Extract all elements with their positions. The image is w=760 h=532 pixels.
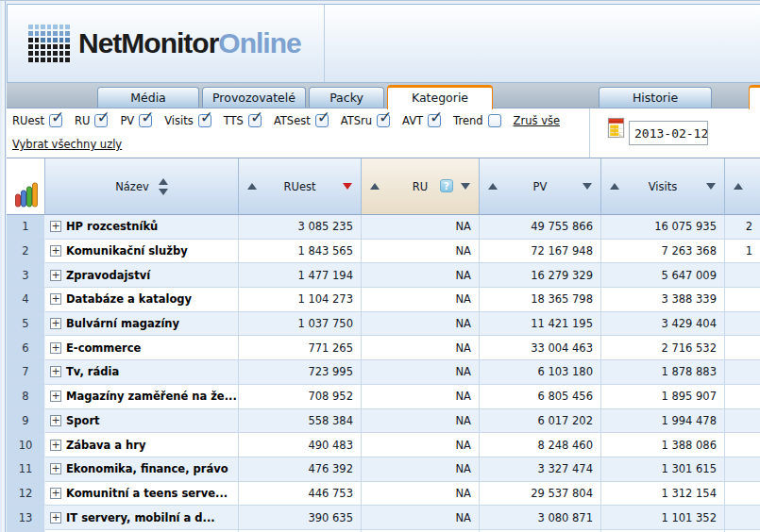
- table-row[interactable]: 10 Zábava a hry 490 483 NA 8 248 460 1 3…: [7, 433, 760, 457]
- extra-value-cell: 1: [725, 240, 760, 264]
- logo: NetMonitorOnline: [8, 5, 325, 82]
- pv-value-cell: 72 167 948: [480, 240, 601, 264]
- category-name-cell: IT servery, mobilní a d...: [45, 506, 239, 530]
- table-row[interactable]: 13 IT servery, mobilní a d... 390 635 NA…: [7, 506, 760, 530]
- ruest-value-cell: 558 384: [239, 409, 362, 434]
- table-row[interactable]: 11 Ekonomika, finance, právo 476 392 NA …: [7, 457, 760, 482]
- metric-label: AVT: [402, 114, 423, 127]
- ruest-value-cell: 446 753: [239, 482, 362, 507]
- help-icon[interactable]: ?: [440, 179, 453, 192]
- column-label: Název: [115, 180, 149, 193]
- visits-value-cell: 1 895 907: [601, 385, 725, 409]
- checkbox-ru[interactable]: [94, 114, 108, 127]
- checkbox-pv[interactable]: [139, 114, 152, 127]
- column-header-ru[interactable]: RU ?: [362, 158, 480, 215]
- chart-corner-cell: [7, 158, 45, 215]
- row-number-cell: 7: [7, 360, 45, 385]
- checkbox-ruest[interactable]: [49, 114, 62, 127]
- table-row[interactable]: 5 Bulvární magazíny 1 037 750 NA 11 421 …: [7, 312, 760, 337]
- expand-icon[interactable]: [50, 245, 61, 257]
- checkbox-atsru[interactable]: [377, 114, 390, 127]
- select-all-nodes-link[interactable]: Vybrat všechny uzly: [12, 138, 122, 151]
- sort-desc-active-icon[interactable]: [343, 183, 352, 190]
- checkbox-atsest[interactable]: [315, 114, 329, 127]
- table-row[interactable]: 3 Zpravodajství 1 477 194 NA 16 279 329 …: [7, 263, 760, 288]
- category-name-cell: Zpravodajství: [45, 263, 239, 288]
- metric-label: Trend: [453, 114, 482, 127]
- category-name: Sport: [66, 414, 100, 427]
- expand-icon[interactable]: [50, 342, 61, 354]
- table-row[interactable]: 12 Komunitní a teens serve... 446 753 NA…: [7, 482, 760, 507]
- sort-desc-icon[interactable]: [461, 183, 470, 190]
- ru-value-cell: NA: [362, 288, 480, 312]
- tab-packy[interactable]: Packy: [309, 87, 384, 108]
- app-header: NetMonitorOnline: [7, 4, 760, 83]
- metric-label: TTS: [224, 114, 244, 127]
- logo-text: NetMonitorOnline: [78, 27, 301, 59]
- logo-grid-icon: [28, 25, 70, 62]
- category-name: Tv, rádia: [66, 365, 119, 378]
- expand-icon[interactable]: [50, 512, 61, 524]
- table-row[interactable]: 8 Magazíny zaměřené na že... 708 952 NA …: [7, 385, 760, 409]
- category-name-cell: Komunitní a teens serve...: [45, 482, 239, 507]
- extra-value-cell: [725, 433, 760, 457]
- pv-value-cell: 11 421 195: [480, 312, 601, 337]
- table-row[interactable]: 9 Sport 558 384 NA 6 017 202 1 994 478: [7, 409, 760, 434]
- column-header-partial[interactable]: [725, 158, 760, 215]
- metric-label: ATSru: [341, 114, 372, 127]
- filter-panel: RUestRUPVVisitsTTSATSestATSruAVTTrendZru…: [7, 108, 760, 158]
- checkbox-avt[interactable]: [428, 114, 441, 127]
- column-header-nazev[interactable]: Název: [45, 158, 239, 215]
- extra-value-cell: [725, 457, 760, 482]
- extra-value-cell: 2: [725, 215, 760, 240]
- clear-all-link[interactable]: Zruš vše: [514, 114, 560, 127]
- metric-label: RU: [75, 114, 90, 127]
- table-row[interactable]: 2 Komunikační služby 1 843 565 NA 72 167…: [7, 240, 760, 264]
- sort-desc-icon[interactable]: [706, 183, 716, 190]
- tab-média[interactable]: Média: [97, 87, 199, 108]
- tab-partial[interactable]: [749, 85, 760, 109]
- expand-icon[interactable]: [50, 293, 61, 305]
- tab-kategorie[interactable]: Kategorie: [387, 85, 493, 109]
- ruest-value-cell: 771 265: [239, 336, 362, 360]
- date-input[interactable]: [629, 121, 708, 145]
- checkbox-visits[interactable]: [198, 114, 211, 127]
- ru-value-cell: NA: [362, 385, 480, 409]
- table-row[interactable]: 1 HP rozcestníků 3 085 235 NA 49 755 866…: [7, 215, 760, 240]
- sort-asc-icon[interactable]: [734, 183, 743, 190]
- ru-value-cell: NA: [362, 312, 480, 337]
- column-header-ruest[interactable]: RUest: [239, 158, 362, 215]
- sort-desc-icon[interactable]: [583, 183, 592, 190]
- tab-provozovatelé[interactable]: Provozovatelé: [202, 87, 306, 108]
- checkbox-trend[interactable]: [488, 114, 501, 127]
- expand-icon[interactable]: [50, 270, 61, 281]
- metric-toggles: RUestRUPVVisitsTTSATSestATSruAVTTrendZru…: [7, 108, 589, 127]
- sort-asc-icon[interactable]: [159, 178, 168, 185]
- expand-icon[interactable]: [50, 415, 61, 426]
- visits-value-cell: 1 878 883: [601, 360, 725, 385]
- expand-icon[interactable]: [50, 391, 61, 402]
- table-row[interactable]: 7 Tv, rádia 723 995 NA 6 103 180 1 878 8…: [7, 360, 760, 385]
- metric-label: Visits: [164, 114, 194, 127]
- expand-icon[interactable]: [50, 221, 61, 232]
- ru-value-cell: NA: [362, 409, 480, 434]
- expand-icon[interactable]: [50, 366, 61, 377]
- metric-toggle-ru: RU: [75, 114, 108, 127]
- table-row[interactable]: 6 E-commerce 771 265 NA 33 004 463 2 716…: [7, 336, 760, 360]
- column-header-visits[interactable]: Visits: [601, 158, 725, 215]
- expand-icon[interactable]: [50, 318, 61, 329]
- ruest-value-cell: 3 085 235: [239, 215, 362, 240]
- expand-icon[interactable]: [50, 440, 61, 451]
- ruest-value-cell: 1 477 194: [239, 263, 362, 288]
- category-name-cell: Tv, rádia: [45, 360, 239, 385]
- calendar-icon[interactable]: [607, 116, 626, 140]
- tab-historie[interactable]: Historie: [599, 87, 712, 108]
- expand-icon[interactable]: [50, 463, 61, 474]
- column-header-pv[interactable]: PV: [480, 158, 601, 215]
- checkbox-tts[interactable]: [248, 114, 262, 127]
- visits-value-cell: 1 312 154: [601, 482, 725, 507]
- table-row[interactable]: 4 Databáze a katalogy 1 104 273 NA 18 36…: [7, 288, 760, 312]
- metric-label: ATSest: [274, 114, 311, 127]
- expand-icon[interactable]: [50, 488, 61, 499]
- sort-desc-icon[interactable]: [159, 189, 168, 195]
